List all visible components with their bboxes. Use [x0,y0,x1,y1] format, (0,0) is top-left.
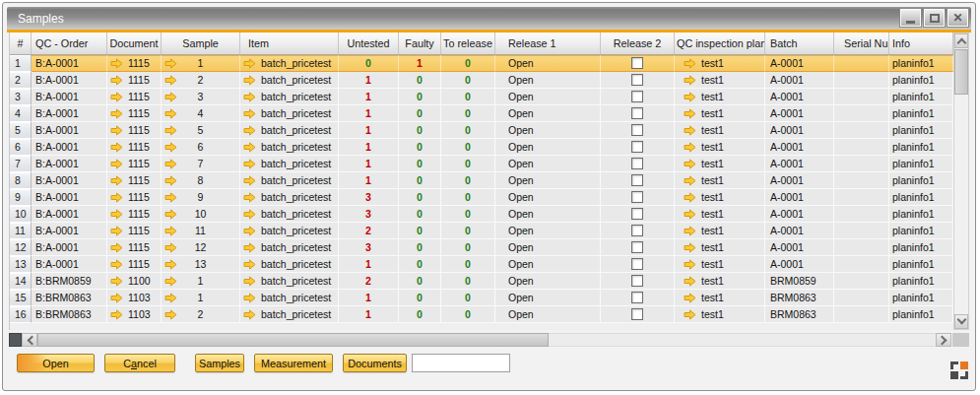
cell-release2[interactable] [601,239,675,256]
table-row[interactable]: 10B:A-0001111510batch_pricetest300Opente… [10,206,953,223]
cell-faulty[interactable]: 0 [399,89,441,105]
cell-info[interactable]: planinfo1 [889,306,953,323]
link-arrow-icon[interactable] [684,159,696,169]
cell-to_release[interactable]: 0 [441,105,495,122]
cell-num[interactable]: 9 [10,189,32,206]
cell-num[interactable]: 12 [10,239,32,256]
cell-serial[interactable] [834,273,889,290]
cell-faulty[interactable]: 0 [399,290,441,306]
link-arrow-icon[interactable] [684,125,696,136]
cell-faulty[interactable]: 0 [399,172,441,189]
link-arrow-icon[interactable] [110,293,123,303]
cell-info[interactable]: planinfo1 [889,156,953,172]
table-row[interactable]: 1B:A-000111151batch_pricetest010Opentest… [10,55,953,72]
cell-to_release[interactable]: 0 [441,223,495,239]
release2-checkbox[interactable] [631,225,643,236]
cell-qc_plan[interactable]: test1 [675,89,765,105]
cell-num[interactable]: 5 [10,122,32,139]
cell-qc_plan[interactable]: test1 [675,239,765,256]
cell-item[interactable]: batch_pricetest [240,223,339,239]
table-row[interactable]: 4B:A-000111154batch_pricetest100Opentest… [10,105,953,122]
cell-batch[interactable]: BRM0863 [765,306,834,323]
cell-release2[interactable] [601,273,675,290]
cell-batch[interactable]: A-0001 [765,156,834,172]
link-arrow-icon[interactable] [243,192,256,203]
cell-document[interactable]: 1115 [107,189,162,206]
table-row[interactable]: 6B:A-000111156batch_pricetest100Opentest… [10,139,953,156]
cell-batch[interactable]: A-0001 [765,189,834,206]
cancel-button[interactable]: Cancel [104,354,175,372]
column-header-sample[interactable]: Sample [162,33,240,54]
link-arrow-icon[interactable] [164,58,177,69]
link-arrow-icon[interactable] [684,175,696,186]
column-header-document[interactable]: Document [107,33,162,54]
cell-untested[interactable]: 1 [339,290,399,306]
cell-item[interactable]: batch_pricetest [240,122,339,139]
cell-release1[interactable]: Open [495,239,601,256]
cell-release1[interactable]: Open [495,273,601,290]
cell-untested[interactable]: 1 [339,306,399,323]
cell-batch[interactable]: BRM0863 [765,290,834,306]
cell-release1[interactable]: Open [495,223,601,239]
cell-untested[interactable]: 1 [339,139,399,156]
cell-item[interactable]: batch_pricetest [240,105,339,122]
table-row[interactable]: 13B:A-0001111513batch_pricetest100Opente… [10,256,953,273]
cell-document[interactable]: 1115 [107,122,162,139]
cell-faulty[interactable]: 0 [399,189,441,206]
cell-serial[interactable] [834,72,889,89]
cell-serial[interactable] [834,306,889,323]
cell-untested[interactable]: 1 [339,122,399,139]
cell-release1[interactable]: Open [495,172,601,189]
cell-release2[interactable] [601,256,675,273]
cell-release1[interactable]: Open [495,189,601,206]
link-arrow-icon[interactable] [164,75,177,86]
cell-qc_order[interactable]: B:A-0001 [32,256,107,273]
column-header-untested[interactable]: Untested [339,33,399,54]
cell-sample[interactable]: 10 [162,206,240,223]
link-arrow-icon[interactable] [164,192,177,203]
cell-item[interactable]: batch_pricetest [240,139,339,156]
close-button[interactable]: ✕ [947,9,968,27]
scroll-up-button[interactable] [954,33,968,48]
link-arrow-icon[interactable] [243,309,256,320]
link-arrow-icon[interactable] [243,209,256,220]
release2-checkbox[interactable] [631,275,643,287]
cell-qc_plan[interactable]: test1 [675,256,765,273]
link-arrow-icon[interactable] [243,92,256,102]
cell-batch[interactable]: A-0001 [765,72,834,89]
link-arrow-icon[interactable] [684,259,696,270]
cell-sample[interactable]: 4 [162,105,240,122]
cell-faulty[interactable]: 0 [399,156,441,172]
cell-faulty[interactable]: 0 [399,223,441,239]
cell-batch[interactable]: A-0001 [765,105,834,122]
cell-qc_plan[interactable]: test1 [675,290,765,306]
cell-qc_order[interactable]: B:A-0001 [32,189,107,206]
link-arrow-icon[interactable] [110,159,123,169]
cell-batch[interactable]: A-0001 [765,55,834,72]
link-arrow-icon[interactable] [110,209,123,220]
column-header-to_release[interactable]: To release [441,33,495,54]
cell-qc_order[interactable]: B:A-0001 [32,223,107,239]
cell-info[interactable]: planinfo1 [889,189,953,206]
cell-to_release[interactable]: 0 [441,122,495,139]
cell-qc_order[interactable]: B:BRM0859 [32,273,107,290]
cell-release1[interactable]: Open [495,156,601,172]
cell-qc_order[interactable]: B:A-0001 [32,122,107,139]
link-arrow-icon[interactable] [110,242,123,253]
cell-serial[interactable] [834,105,889,122]
cell-info[interactable]: planinfo1 [889,172,953,189]
cell-serial[interactable] [834,189,889,206]
cell-release2[interactable] [601,139,675,156]
link-arrow-icon[interactable] [164,276,177,287]
cell-release2[interactable] [601,55,675,72]
release2-checkbox[interactable] [631,141,643,153]
cell-to_release[interactable]: 0 [441,189,495,206]
cell-to_release[interactable]: 0 [441,55,495,72]
link-arrow-icon[interactable] [243,159,256,169]
cell-sample[interactable]: 11 [162,223,240,239]
horizontal-scrollbar[interactable] [9,333,969,347]
column-header-batch[interactable]: Batch [765,33,834,54]
cell-batch[interactable]: A-0001 [765,172,834,189]
cell-release1[interactable]: Open [495,122,601,139]
cell-batch[interactable]: A-0001 [765,122,834,139]
